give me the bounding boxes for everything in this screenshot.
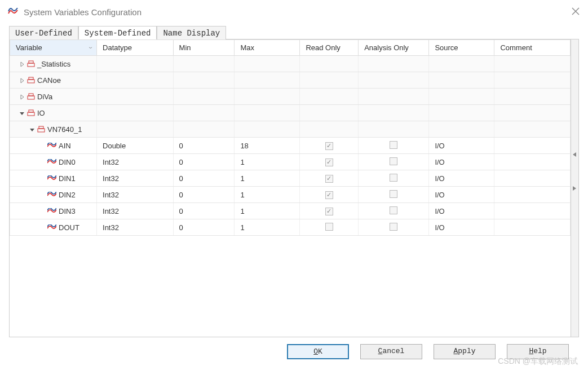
source-cell: I/O	[429, 187, 494, 203]
variable-row-din3[interactable]: DIN3Int3201I/O	[10, 203, 571, 219]
svg-rect-5	[29, 77, 33, 80]
group-label: DiVa	[37, 92, 52, 101]
analysisonly-cell[interactable]	[359, 219, 429, 236]
min-cell: 0	[173, 203, 235, 219]
variable-icon	[47, 159, 56, 165]
checkbox[interactable]	[390, 141, 397, 149]
variable-row-ain[interactable]: AINDouble018I/O	[10, 138, 571, 154]
chevron-down-icon[interactable]	[19, 109, 25, 117]
checkbox[interactable]	[325, 175, 333, 183]
svg-rect-6	[28, 96, 34, 99]
checkbox[interactable]	[390, 190, 397, 198]
svg-rect-3	[29, 61, 33, 63]
analysisonly-cell[interactable]	[359, 170, 429, 187]
dialog-buttons: OK Cancel Apply Help	[9, 337, 579, 359]
chevron-down-icon[interactable]	[29, 125, 35, 134]
min-cell: 0	[173, 154, 235, 170]
column-header-max[interactable]: Max	[235, 40, 300, 56]
checkbox[interactable]	[390, 206, 397, 214]
checkbox[interactable]	[325, 223, 333, 231]
source-cell: I/O	[429, 170, 494, 187]
svg-rect-9	[29, 110, 33, 112]
column-header-datatype[interactable]: Datatype	[97, 40, 174, 56]
analysisonly-cell[interactable]	[359, 203, 429, 219]
variables-grid[interactable]: VariableDatatypeMinMaxRead OnlyAnalysis …	[10, 39, 571, 337]
column-header-comment[interactable]: Comment	[494, 40, 571, 56]
variable-row-din2[interactable]: DIN2Int3201I/O	[10, 187, 571, 203]
app-logo-icon	[8, 8, 18, 16]
chevron-right-icon[interactable]	[573, 186, 576, 191]
variable-icon	[47, 224, 56, 230]
variable-name: DOUT	[59, 223, 79, 232]
column-header-source[interactable]: Source	[429, 40, 494, 56]
min-cell: 0	[173, 187, 235, 203]
variable-icon	[47, 175, 56, 181]
comment-cell	[494, 219, 571, 236]
namespace-icon	[37, 126, 45, 133]
tree-group-diva[interactable]: DiVa	[10, 89, 571, 105]
resize-gutter[interactable]	[571, 39, 578, 337]
source-cell: I/O	[429, 154, 494, 170]
column-header-min[interactable]: Min	[173, 40, 235, 56]
variable-name: AIN	[59, 142, 71, 150]
namespace-icon	[27, 60, 35, 67]
tree-group-vn7640_1[interactable]: VN7640_1	[10, 121, 571, 138]
readonly-cell[interactable]	[300, 219, 359, 236]
apply-button[interactable]: Apply	[434, 344, 496, 359]
group-label: IO	[37, 109, 45, 117]
readonly-cell[interactable]	[300, 203, 359, 219]
variable-row-din1[interactable]: DIN1Int3201I/O	[10, 170, 571, 187]
max-cell: 1	[235, 154, 300, 170]
variable-icon	[47, 192, 56, 197]
min-cell: 0	[173, 170, 235, 187]
tree-group-io[interactable]: IO	[10, 105, 571, 121]
cancel-button[interactable]: Cancel	[360, 344, 422, 359]
chevron-right-icon[interactable]	[19, 92, 25, 101]
variable-row-dout[interactable]: DOUTInt3201I/O	[10, 219, 571, 236]
tree-group-_statistics[interactable]: _Statistics	[10, 56, 571, 72]
group-label: VN7640_1	[47, 125, 82, 134]
close-icon[interactable]	[571, 6, 580, 19]
checkbox[interactable]	[325, 158, 333, 166]
namespace-icon	[27, 77, 35, 83]
readonly-cell[interactable]	[300, 154, 359, 170]
readonly-cell[interactable]	[300, 170, 359, 187]
column-header-analysis-only[interactable]: Analysis Only	[359, 40, 429, 56]
checkbox[interactable]	[325, 208, 333, 215]
max-cell: 1	[235, 187, 300, 203]
analysisonly-cell[interactable]	[359, 187, 429, 203]
column-header-read-only[interactable]: Read Only	[300, 40, 359, 56]
analysisonly-cell[interactable]	[359, 154, 429, 170]
ok-button[interactable]: OK	[287, 344, 349, 359]
help-button[interactable]: Help	[507, 344, 569, 359]
group-label: CANoe	[37, 76, 61, 85]
tab-system-defined[interactable]: System-Defined	[78, 26, 157, 39]
analysisonly-cell[interactable]	[359, 138, 429, 154]
chevron-right-icon[interactable]	[19, 60, 25, 68]
readonly-cell[interactable]	[300, 187, 359, 203]
namespace-icon	[27, 109, 35, 116]
titlebar: System Variables Configuration	[0, 0, 588, 24]
column-header-variable[interactable]: Variable	[10, 40, 97, 56]
comment-cell	[494, 154, 571, 170]
max-cell: 1	[235, 170, 300, 187]
checkbox[interactable]	[390, 157, 397, 165]
readonly-cell[interactable]	[300, 138, 359, 154]
checkbox[interactable]	[390, 174, 397, 182]
chevron-right-icon[interactable]	[19, 76, 25, 85]
variable-row-din0[interactable]: DIN0Int3201I/O	[10, 154, 571, 170]
checkbox[interactable]	[325, 191, 333, 199]
variable-name: DIN3	[59, 207, 76, 215]
checkbox[interactable]	[390, 223, 397, 231]
datatype-cell: Int32	[97, 203, 174, 219]
checkbox[interactable]	[325, 142, 333, 150]
comment-cell	[494, 170, 571, 187]
source-cell: I/O	[429, 138, 494, 154]
max-cell: 1	[235, 219, 300, 236]
chevron-left-icon[interactable]	[573, 152, 576, 157]
source-cell: I/O	[429, 203, 494, 219]
tab-user-defined[interactable]: User-Defined	[9, 26, 78, 39]
tab-name-display[interactable]: Name Display	[157, 26, 226, 39]
svg-rect-10	[38, 129, 45, 132]
tree-group-canoe[interactable]: CANoe	[10, 72, 571, 89]
